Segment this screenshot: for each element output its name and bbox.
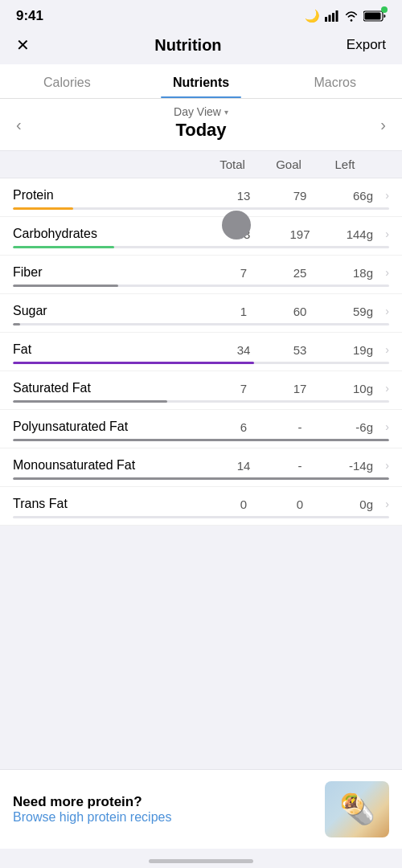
tab-macros[interactable]: Macros [268,64,402,98]
nutrient-goal-monounsaturated-fat: - [272,459,328,473]
col-goal: Goal [260,158,317,171]
svg-rect-3 [336,10,338,22]
nutrient-goal-fiber: 25 [272,266,328,280]
progress-fill-saturated-fat [13,400,167,403]
progress-fill-polyunsaturated-fat [13,439,389,441]
col-total: Total [204,158,260,171]
nutrient-goal-carbohydrates: 197 [272,227,328,241]
status-time: 9:41 [16,8,43,24]
nutrient-name-saturated-fat: Saturated Fat [13,381,215,395]
wifi-icon [344,10,359,22]
next-day-button[interactable]: › [380,116,386,134]
drag-handle[interactable] [222,211,251,240]
tab-calories[interactable]: Calories [0,64,134,98]
nutrient-name-polyunsaturated-fat: Polyunsaturated Fat [13,420,215,434]
chevron-right-icon: › [376,343,389,356]
progress-fill-carbohydrates [13,246,114,248]
progress-fill-sugar [13,323,20,326]
nutrients-list: Protein 13 79 66g › Carbohydrates 53 197… [0,178,402,622]
chevron-right-icon: › [376,227,389,240]
page-title: Nutrition [154,36,221,55]
moon-icon: 🌙 [305,9,320,23]
col-left: Left [317,158,373,171]
chevron-right-icon: › [376,497,389,510]
nutrient-name-fat: Fat [13,342,215,357]
svg-rect-5 [365,13,381,20]
export-button[interactable]: Export [347,37,386,53]
chevron-right-icon: › [376,459,389,472]
nutrient-row-fiber[interactable]: Fiber 7 25 18g › [0,256,402,294]
progress-bar-carbohydrates [13,246,389,248]
nutrient-row-carbohydrates[interactable]: Carbohydrates 53 197 144g › [0,217,402,256]
nutrient-row-saturated-fat[interactable]: Saturated Fat 7 17 10g › [0,371,402,410]
nutrient-total-fat: 34 [215,343,272,357]
nutrient-left-trans-fat: 0g [328,497,373,511]
progress-bar-monounsaturated-fat [13,477,389,480]
progress-bar-fat [13,362,389,364]
ad-text: Need more protein? Browse high protein r… [13,794,315,825]
signal-icon [325,10,339,22]
ad-image [325,781,389,837]
progress-bar-polyunsaturated-fat [13,439,389,441]
nutrient-left-fat: 19g [328,343,373,357]
nutrient-name-fiber: Fiber [13,265,215,280]
progress-fill-fiber [13,285,118,287]
current-date: Today [0,120,402,141]
progress-fill-fat [13,362,254,364]
nutrient-goal-sugar: 60 [272,305,328,318]
view-selector[interactable]: Day View ▾ [0,105,402,118]
nutrient-total-polyunsaturated-fat: 6 [215,420,272,434]
tab-bar: Calories Nutrients Macros [0,64,402,99]
chevron-right-icon: › [376,266,389,279]
header: ✕ Nutrition Export [0,29,402,64]
nutrient-goal-fat: 53 [272,343,328,357]
nutrient-row-protein[interactable]: Protein 13 79 66g › [0,178,402,217]
nutrient-row-fat[interactable]: Fat 34 53 19g › [0,333,402,371]
nutrient-row-polyunsaturated-fat[interactable]: Polyunsaturated Fat 6 - -6g › [0,410,402,448]
nutrient-total-monounsaturated-fat: 14 [215,459,272,473]
nutrient-left-monounsaturated-fat: -14g [328,459,373,473]
nutrient-total-fiber: 7 [215,266,272,280]
close-button[interactable]: ✕ [16,35,30,55]
progress-fill-monounsaturated-fat [13,477,389,480]
svg-rect-0 [325,17,327,22]
ad-banner: Need more protein? Browse high protein r… [0,769,402,849]
progress-bar-trans-fat [13,516,389,518]
status-bar: 9:41 🌙 [0,0,402,29]
nutrient-row-monounsaturated-fat[interactable]: Monounsaturated Fat 14 - -14g › [0,448,402,487]
nutrient-row-trans-fat[interactable]: Trans Fat 0 0 0g › [0,487,402,526]
chevron-right-icon: › [376,189,389,202]
nutrient-name-monounsaturated-fat: Monounsaturated Fat [13,458,215,473]
nutrient-left-polyunsaturated-fat: -6g [328,420,373,434]
table-header: Total Goal Left [0,151,402,178]
nutrient-name-protein: Protein [13,188,215,203]
nutrient-name-sugar: Sugar [13,304,215,318]
status-icons: 🌙 [305,9,386,23]
nutrient-total-sugar: 1 [215,305,272,318]
tab-nutrients[interactable]: Nutrients [134,64,269,98]
nutrient-left-saturated-fat: 10g [328,382,373,395]
day-nav: ‹ Day View ▾ Today › [0,99,402,151]
svg-rect-2 [332,13,334,22]
progress-bar-protein [13,207,389,210]
nutrient-left-fiber: 18g [328,266,373,280]
chevron-right-icon: › [376,305,389,317]
ad-headline: Need more protein? [13,794,315,810]
dropdown-arrow-icon: ▾ [224,108,228,117]
nutrient-name-trans-fat: Trans Fat [13,497,215,511]
nutrient-goal-saturated-fat: 17 [272,382,328,395]
chevron-right-icon: › [376,382,389,395]
green-dot [381,6,388,13]
progress-bar-sugar [13,323,389,326]
nutrient-left-sugar: 59g [328,305,373,318]
prev-day-button[interactable]: ‹ [16,116,22,134]
chevron-right-icon: › [376,420,389,433]
nutrient-row-sugar[interactable]: Sugar 1 60 59g › [0,294,402,333]
progress-bar-fiber [13,285,389,287]
ad-link[interactable]: Browse high protein recipes [13,810,315,825]
progress-bar-saturated-fat [13,400,389,403]
svg-rect-1 [329,15,331,23]
nutrient-left-carbohydrates: 144g [328,227,373,241]
nutrient-goal-protein: 79 [272,189,328,203]
nutrient-goal-polyunsaturated-fat: - [272,420,328,434]
